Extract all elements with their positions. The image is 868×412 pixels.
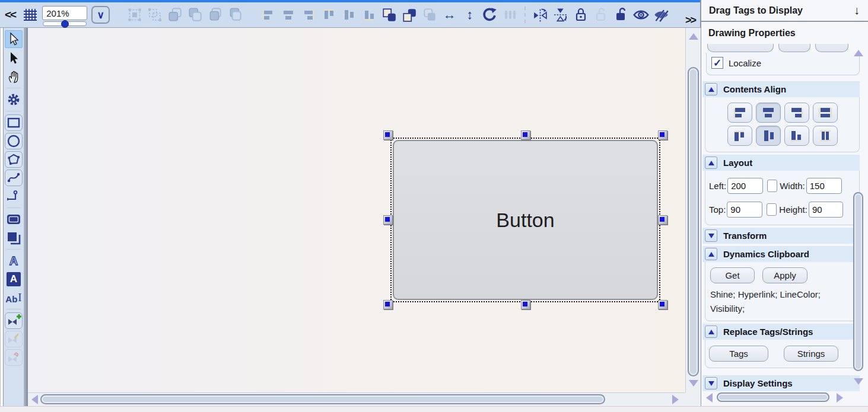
content-align-top-button[interactable] (727, 126, 752, 146)
text-block-tool[interactable]: A (5, 271, 23, 288)
left-lock-box[interactable] (767, 180, 777, 192)
content-align-center-button[interactable] (756, 103, 781, 123)
section-header-contents-align[interactable]: Contents Align (702, 81, 860, 97)
top-lock-box[interactable] (767, 203, 777, 216)
button-tool[interactable] (5, 211, 23, 228)
distribute-icon[interactable] (502, 7, 518, 23)
mirror-horizontal-icon[interactable] (532, 7, 548, 23)
show-object-icon[interactable] (633, 7, 649, 23)
bring-to-front-icon[interactable] (167, 7, 183, 23)
resize-handle-middle-left[interactable] (383, 215, 393, 225)
section-header-layout[interactable]: Layout (702, 155, 860, 171)
grid-icon[interactable] (22, 7, 38, 23)
hide-object-icon[interactable] (653, 7, 669, 23)
collapse-button[interactable] (705, 325, 717, 338)
resize-handle-top-middle[interactable] (521, 130, 530, 140)
rectangle-tool[interactable] (5, 114, 23, 131)
label-tool[interactable]: AbI (5, 289, 23, 306)
panel-tool[interactable] (5, 229, 23, 246)
select-tool[interactable] (5, 30, 23, 48)
toolbar-collapse-button[interactable]: << (5, 8, 15, 21)
apply-button[interactable]: Apply (762, 267, 807, 283)
duplicate-icon[interactable] (421, 7, 437, 23)
unlock-icon[interactable] (593, 7, 609, 23)
swap-front-icon[interactable] (381, 7, 397, 23)
collapse-button[interactable] (705, 157, 717, 169)
content-align-left-button[interactable] (727, 103, 752, 123)
toolbar-expand-button[interactable]: >> (685, 14, 695, 27)
ellipse-tool[interactable] (5, 133, 23, 149)
zoom-slider[interactable] (43, 21, 87, 26)
content-align-middle-button[interactable] (756, 126, 781, 146)
scroll-up-icon[interactable] (854, 50, 863, 56)
collapse-button[interactable] (705, 83, 717, 95)
settings-gear-icon[interactable] (5, 91, 23, 108)
scroll-down-icon[interactable] (854, 378, 863, 385)
align-top-icon[interactable] (320, 7, 336, 23)
panel-pin-down-icon[interactable]: ↓ (854, 4, 860, 17)
tags-button[interactable]: Tags (709, 346, 768, 362)
section-header-dynamics-clipboard[interactable]: Dynamics Clipboard (702, 246, 860, 262)
design-canvas[interactable]: Button (28, 28, 685, 392)
align-bottom-icon[interactable] (361, 7, 377, 23)
resize-handle-bottom-left[interactable] (383, 300, 393, 309)
canvas-vscroll-thumb[interactable] (688, 67, 699, 376)
scroll-up-icon[interactable] (689, 33, 698, 40)
zoom-slider-thumb[interactable] (61, 20, 69, 28)
direct-select-tool[interactable] (5, 50, 23, 66)
panel-vertical-scrollbar[interactable] (853, 47, 864, 391)
strings-button[interactable]: Strings (784, 346, 838, 362)
section-header-replace-tags-strings[interactable]: Replace Tags/Strings (702, 324, 860, 340)
collapse-button[interactable] (705, 248, 717, 260)
align-right-icon[interactable] (300, 7, 316, 23)
rotate-clockwise-icon[interactable] (482, 7, 498, 23)
scroll-left-icon[interactable] (31, 395, 38, 404)
polygon-tool[interactable] (5, 151, 23, 168)
scroll-left-icon[interactable] (706, 393, 713, 403)
pan-tool[interactable] (5, 68, 23, 85)
panel-vscroll-thumb[interactable] (853, 192, 863, 371)
swap-back-icon[interactable] (401, 7, 417, 23)
collapse-button[interactable] (705, 229, 717, 242)
resize-handle-top-left[interactable] (383, 130, 393, 140)
get-button[interactable]: Get (710, 267, 755, 283)
panel-horizontal-scrollbar[interactable] (705, 392, 852, 404)
send-backward-icon[interactable] (227, 7, 243, 23)
section-header-display-settings[interactable]: Display Settings (702, 375, 860, 391)
resize-handle-top-right[interactable] (658, 130, 667, 140)
section-header-transform[interactable]: Transform (702, 228, 860, 244)
send-to-back-icon[interactable] (187, 7, 203, 23)
width-field[interactable] (806, 178, 842, 194)
text-tool[interactable]: A (5, 253, 23, 269)
curve-tool[interactable] (5, 170, 23, 186)
zoom-dropdown-button[interactable]: ∨ (91, 6, 110, 24)
resize-handle-bottom-right[interactable] (658, 300, 667, 309)
unlock-all-icon[interactable] (613, 7, 629, 23)
ungroup-icon[interactable] (147, 7, 163, 23)
bring-forward-icon[interactable] (207, 7, 223, 23)
clipped-button[interactable] (707, 44, 774, 52)
align-center-horizontal-icon[interactable] (280, 7, 296, 23)
canvas-vertical-scrollbar[interactable] (685, 28, 701, 392)
canvas-hscroll-thumb[interactable] (40, 394, 605, 404)
align-middle-vertical-icon[interactable] (341, 7, 357, 23)
mirror-vertical-icon[interactable] (552, 7, 568, 23)
group-icon[interactable] (126, 7, 142, 23)
resize-handle-middle-right[interactable] (658, 215, 667, 225)
localize-checkbox[interactable]: ✓ (711, 57, 723, 69)
content-align-right-button[interactable] (784, 103, 809, 123)
resize-handle-bottom-middle[interactable] (521, 300, 530, 309)
content-align-justify-v-button[interactable] (813, 126, 838, 146)
scroll-down-icon[interactable] (689, 380, 698, 387)
zoom-input[interactable] (42, 6, 87, 20)
align-left-icon[interactable] (260, 7, 276, 23)
canvas-horizontal-scrollbar[interactable] (28, 392, 685, 406)
flip-horizontal-icon[interactable]: ↔ (441, 7, 457, 23)
left-field[interactable] (727, 178, 763, 194)
lock-icon[interactable] (573, 7, 589, 23)
polyline-tool[interactable] (5, 188, 23, 205)
clipped-button[interactable] (778, 44, 810, 52)
add-tag-button[interactable] (5, 312, 23, 329)
scroll-right-icon[interactable] (672, 395, 679, 404)
collapse-button[interactable] (705, 377, 717, 389)
